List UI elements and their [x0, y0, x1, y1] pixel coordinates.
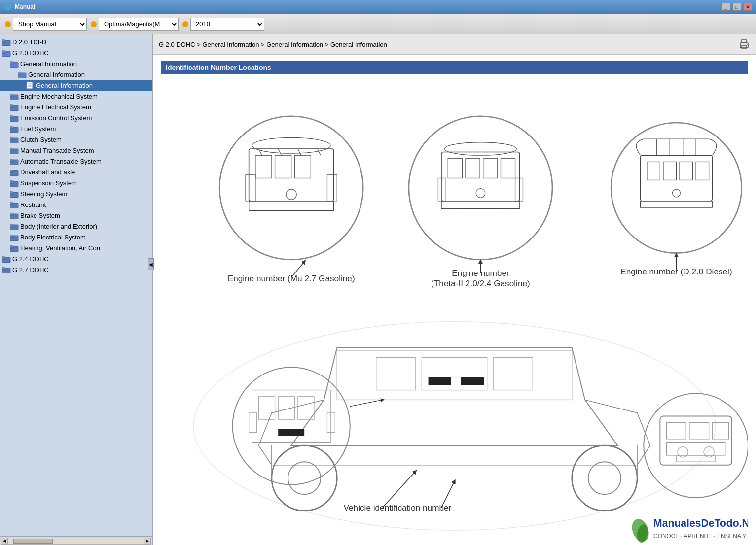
dot-icon: [5, 21, 11, 27]
tree-item[interactable]: G 2.4 DOHC: [0, 253, 152, 264]
hscroll-track[interactable]: [8, 538, 144, 545]
print-button[interactable]: [738, 38, 750, 50]
tree-item[interactable]: Body Electrical System: [0, 232, 152, 242]
tree-item[interactable]: Engine Mechanical System: [0, 91, 152, 102]
tree-item[interactable]: General Information: [0, 69, 152, 80]
manual-type-selector[interactable]: Shop Manual: [5, 18, 87, 31]
tree-item[interactable]: Clutch System: [0, 134, 152, 145]
svg-rect-105: [696, 162, 709, 180]
svg-text:ManualesDeTodo.Net: ManualesDeTodo.Net: [653, 517, 748, 529]
svg-rect-66: [2, 267, 5, 269]
svg-rect-139: [689, 423, 709, 439]
tree-item[interactable]: Driveshaft and axle: [0, 167, 152, 177]
tree-item[interactable]: General Information: [0, 80, 152, 91]
content-body[interactable]: Identification Number Locations: [153, 55, 756, 545]
tree-item[interactable]: Body (Interior and Exterior): [0, 221, 152, 232]
svg-rect-18: [10, 94, 13, 96]
svg-point-98: [476, 189, 485, 198]
model-selector[interactable]: Optima/Magentis(M: [91, 18, 179, 31]
svg-rect-106: [641, 201, 713, 207]
tree-item[interactable]: Suspension System: [0, 177, 152, 188]
sidebar[interactable]: D 2.0 TCI-D G 2.0 DOHC General Informati…: [0, 34, 153, 536]
svg-rect-96: [515, 178, 523, 201]
svg-line-145: [383, 472, 415, 508]
tree-label: Steering System: [20, 190, 67, 198]
maximize-button[interactable]: □: [732, 3, 741, 11]
tree-item[interactable]: Manual Transaxle System: [0, 145, 152, 156]
tree-label: Engine Electrical System: [20, 103, 91, 111]
main-layout: D 2.0 TCI-D G 2.0 DOHC General Informati…: [0, 34, 756, 545]
tree-item[interactable]: G 2.7 DOHC: [0, 264, 152, 275]
tree-item[interactable]: Brake System: [0, 210, 152, 221]
manual-type-select[interactable]: Shop Manual: [13, 18, 87, 31]
year-select[interactable]: 2010: [190, 18, 264, 31]
svg-rect-51: [10, 213, 13, 215]
svg-rect-90: [448, 159, 462, 178]
section-title: Identification Number Locations: [161, 61, 748, 74]
scroll-left-btn[interactable]: ◀: [1, 538, 8, 545]
tree-item[interactable]: Engine Electrical System: [0, 102, 152, 112]
svg-point-117: [193, 322, 716, 530]
svg-rect-2: [2, 39, 5, 41]
tree-label: Manual Transaxle System: [20, 147, 94, 154]
tree-item[interactable]: Automatic Transaxle System: [0, 156, 152, 167]
vin-label: Vehicle identification number: [344, 503, 452, 512]
printer-icon: [739, 39, 750, 50]
sidebar-hscroll[interactable]: ◀ ▶: [0, 536, 153, 545]
sidebar-collapse-arrow[interactable]: ◀: [148, 258, 154, 270]
year-selector[interactable]: 2010: [182, 18, 264, 31]
svg-rect-30: [10, 137, 13, 139]
svg-rect-138: [667, 423, 686, 439]
folder-icon: [10, 114, 19, 122]
tree-label: General Information: [28, 71, 85, 78]
svg-rect-63: [2, 256, 5, 258]
tree-label: Body Electrical System: [20, 234, 86, 241]
svg-text:CONOCE · APRENDE · ENSEÑA Y CO: CONOCE · APRENDE · ENSEÑA Y COMPARTE: [653, 533, 748, 540]
doc-icon: [26, 81, 35, 89]
tree-item[interactable]: General Information: [0, 58, 152, 69]
minimize-button[interactable]: _: [721, 3, 730, 11]
tree-item[interactable]: Steering System: [0, 188, 152, 199]
svg-text:(Theta-II 2.0/2.4 Gasoline): (Theta-II 2.0/2.4 Gasoline): [431, 278, 530, 288]
svg-rect-132: [298, 397, 314, 419]
identification-diagram: Engine number (Mu 2.7 Gasoline) Engine n…: [161, 80, 748, 545]
tree-view: D 2.0 TCI-D G 2.0 DOHC General Informati…: [0, 34, 152, 277]
tree-item[interactable]: Restraint: [0, 199, 152, 210]
svg-rect-120: [422, 357, 487, 390]
scroll-right-btn[interactable]: ▶: [144, 538, 151, 545]
diagram-container: Engine number (Mu 2.7 Gasoline) Engine n…: [161, 80, 748, 545]
svg-rect-8: [10, 61, 13, 63]
svg-rect-45: [10, 191, 13, 193]
window-controls[interactable]: _ □ ✕: [721, 3, 752, 11]
svg-rect-68: [742, 40, 747, 43]
svg-point-124: [288, 462, 321, 494]
svg-rect-130: [259, 397, 275, 419]
svg-point-136: [644, 393, 748, 498]
svg-line-79: [278, 149, 282, 155]
tree-item[interactable]: G 2.0 DOHC: [0, 47, 152, 58]
svg-point-142: [678, 447, 688, 457]
svg-rect-39: [10, 170, 13, 171]
close-button[interactable]: ✕: [743, 3, 752, 11]
folder-icon: [10, 146, 19, 154]
hscroll-thumb[interactable]: [13, 539, 53, 544]
svg-rect-126: [429, 377, 451, 385]
folder-icon: [10, 168, 19, 176]
folder-icon: [10, 233, 19, 241]
tree-item[interactable]: Fuel System: [0, 123, 152, 134]
svg-rect-75: [294, 155, 311, 178]
svg-rect-48: [10, 202, 13, 204]
folder-icon: [10, 179, 19, 187]
tree-label: Restraint: [20, 201, 46, 208]
svg-rect-91: [466, 159, 480, 178]
folder-icon: [10, 92, 19, 100]
tree-item[interactable]: Emission Control System: [0, 112, 152, 123]
tree-item[interactable]: Heating, Ventilation, Air Con: [0, 242, 152, 253]
tree-label: Automatic Transaxle System: [20, 158, 102, 165]
svg-rect-11: [18, 72, 21, 74]
svg-rect-102: [647, 162, 660, 180]
model-select[interactable]: Optima/Magentis(M: [99, 18, 179, 31]
tree-item[interactable]: D 2.0 TCI-D: [0, 36, 152, 47]
svg-point-143: [704, 447, 714, 457]
folder-icon: [2, 49, 11, 57]
